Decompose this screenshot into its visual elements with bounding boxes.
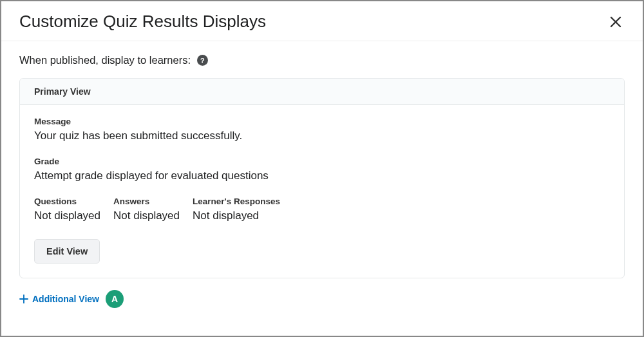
add-view-row: Additional View A [19, 290, 625, 313]
questions-column: Questions Not displayed [34, 197, 100, 224]
answers-label: Answers [113, 197, 180, 206]
grade-label: Grade [34, 157, 610, 166]
intro-row: When published, display to learners: ? [19, 54, 625, 66]
edit-view-button[interactable]: Edit View [34, 239, 100, 264]
grade-value: Attempt grade displayed for evaluated qu… [34, 169, 610, 184]
panel-body: Message Your quiz has been submitted suc… [20, 105, 624, 278]
close-icon [609, 15, 622, 28]
panel-header: Primary View [20, 79, 624, 105]
grade-block: Grade Attempt grade displayed for evalua… [34, 157, 610, 184]
display-columns: Questions Not displayed Answers Not disp… [34, 197, 610, 224]
additional-view-button[interactable]: Additional View [19, 293, 99, 305]
primary-view-panel: Primary View Message Your quiz has been … [19, 78, 625, 278]
responses-label: Learner's Responses [193, 197, 280, 206]
intro-label: When published, display to learners: [19, 54, 191, 66]
dialog-window: Customize Quiz Results Displays When pub… [0, 0, 644, 337]
annotation-marker: A [106, 290, 124, 308]
responses-value: Not displayed [193, 209, 280, 224]
close-button[interactable] [607, 13, 625, 31]
additional-view-label: Additional View [32, 294, 99, 304]
questions-label: Questions [34, 197, 100, 206]
message-value: Your quiz has been submitted successfull… [34, 129, 610, 144]
message-block: Message Your quiz has been submitted suc… [34, 117, 610, 144]
responses-column: Learner's Responses Not displayed [193, 197, 280, 224]
help-icon[interactable]: ? [197, 55, 208, 66]
dialog-header: Customize Quiz Results Displays [1, 1, 643, 41]
answers-value: Not displayed [113, 209, 180, 224]
dialog-title: Customize Quiz Results Displays [19, 12, 266, 32]
dialog-content: When published, display to learners: ? P… [1, 41, 643, 336]
plus-icon [19, 294, 28, 303]
answers-column: Answers Not displayed [113, 197, 180, 224]
message-label: Message [34, 117, 610, 126]
questions-value: Not displayed [34, 209, 100, 224]
